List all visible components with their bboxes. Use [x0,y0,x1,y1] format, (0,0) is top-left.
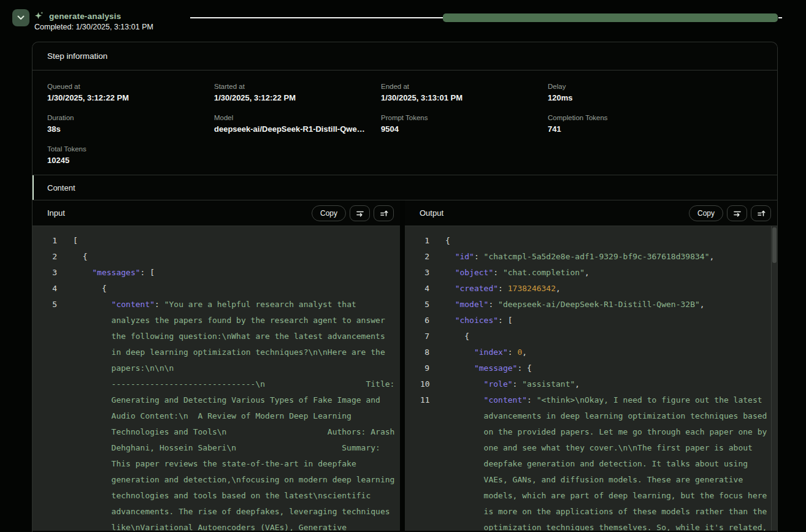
field-label: Queued at [47,83,214,90]
code-text: { [445,233,777,249]
step-status-line: Completed: 1/30/2025, 3:13:01 PM [34,23,153,31]
timeline-end-tick [778,17,782,18]
output-panel-header: Output Copy [405,200,777,226]
field-label: Model [214,114,381,121]
field-total-tokens: Total Tokens 10245 [47,145,214,165]
step-detail-card: Step information Queued at 1/30/2025, 3:… [32,42,778,532]
scroll-to-top-icon [756,208,766,218]
field-value: 1/30/2025, 3:12:22 PM [214,93,381,102]
field-duration: Duration 38s [47,114,214,134]
field-delay: Delay 120ms [548,83,715,102]
content-section-header: Content [33,175,777,200]
timeline-step-bar[interactable] [443,13,778,22]
input-panel-header: Input Copy [33,200,400,226]
field-queued-at: Queued at 1/30/2025, 3:12:22 PM [47,83,214,102]
field-value: 9504 [381,124,548,134]
line-number: 4 [420,281,429,297]
field-label: Started at [214,83,381,90]
collapse-step-button[interactable] [12,9,29,26]
input-scroll-top-button[interactable] [374,205,394,221]
code-text: [ [73,233,400,249]
field-value: 741 [548,124,715,134]
code-text: "content": "<think>\nOkay, I need to fig… [445,392,777,531]
panel-divider [400,200,405,531]
line-number: 8 [420,344,429,360]
field-prompt-tokens: Prompt Tokens 9504 [381,114,548,134]
code-text: "content": "You are a helpful research a… [73,297,400,531]
code-text: "message": { [445,360,777,376]
code-line: 7{ [405,329,777,344]
line-number: 2 [48,249,57,265]
field-label: Ended at [381,83,548,90]
output-scrollbar-track[interactable] [771,226,777,531]
line-number: 2 [420,249,429,265]
field-label: Prompt Tokens [381,114,548,121]
code-text: "object": "chat.completion", [445,265,777,281]
scroll-to-top-icon [379,208,389,218]
field-value: 10245 [47,156,214,165]
timeline-line [190,17,443,18]
code-line: 1{ [405,233,777,249]
line-number: 4 [48,281,57,297]
field-value: deepseek-ai/DeepSeek-R1-Distill-Qwe… [214,124,381,134]
code-text: { [445,329,777,344]
field-label: Total Tokens [47,145,214,153]
input-output-panels: Input Copy Output Copy [33,200,777,531]
line-number: 1 [48,233,57,249]
field-label: Completion Tokens [548,114,715,121]
code-line: 4"created": 1738246342, [405,281,777,297]
code-line: 5"content": "You are a helpful research … [33,297,400,531]
code-text: "model": "deepseek-ai/DeepSeek-R1-Distil… [445,297,777,313]
line-number: 3 [420,265,429,281]
input-copy-button[interactable]: Copy [312,205,346,221]
output-scrollbar-thumb[interactable] [772,227,777,263]
output-panel-title: Output [420,208,685,218]
field-label: Delay [548,83,715,90]
code-text: { [73,249,400,265]
output-wrap-button[interactable] [727,205,747,221]
output-scroll-top-button[interactable] [751,205,771,221]
chevron-down-icon [17,15,25,20]
output-code-editor[interactable]: 1{2"id": "chatcmpl-5a5d2e8e-adf1-9329-bf… [405,226,777,531]
code-line: 10"role": "assistant", [405,376,777,392]
input-wrap-button[interactable] [350,205,370,221]
code-line: 1[ [33,233,400,249]
wrap-text-icon [732,208,742,218]
code-line: 6"choices": [ [405,313,777,329]
line-number: 5 [48,297,57,313]
line-number: 11 [420,392,429,408]
code-text: "id": "chatcmpl-5a5d2e8e-adf1-9329-bf9c-… [445,249,777,265]
code-line: 2{ [33,249,400,265]
line-number: 5 [420,297,429,313]
input-code-editor[interactable]: 1[2{3"messages": [4{5"content": "You are… [33,226,400,531]
code-line: 5"model": "deepseek-ai/DeepSeek-R1-Disti… [405,297,777,313]
line-number: 6 [420,313,429,329]
line-number: 3 [48,265,57,281]
field-model: Model deepseek-ai/DeepSeek-R1-Distill-Qw… [214,114,381,134]
code-text: "role": "assistant", [445,376,777,392]
code-text: "choices": [ [445,313,777,329]
field-value: 1/30/2025, 3:12:22 PM [47,93,214,102]
wrap-text-icon [355,208,365,218]
field-value: 38s [47,124,214,134]
sparkles-icon [34,11,44,21]
input-panel-title: Input [47,208,308,218]
code-line: 9"message": { [405,360,777,376]
code-text: "index": 0, [445,344,777,360]
trace-header: generate-analysis Completed: 1/30/2025, … [0,0,806,36]
field-ended-at: Ended at 1/30/2025, 3:13:01 PM [381,83,548,102]
field-value: 120ms [548,93,715,102]
field-completion-tokens: Completion Tokens 741 [548,114,715,134]
code-line: 8"index": 0, [405,344,777,360]
step-information-header: Step information [33,42,777,70]
code-text: "messages": [ [73,265,400,281]
line-number: 9 [420,360,429,376]
code-text: "created": 1738246342, [445,281,777,297]
code-line: 3"object": "chat.completion", [405,265,777,281]
code-line: 4{ [33,281,400,297]
step-name: generate-analysis [49,12,121,21]
code-line: 11"content": "<think>\nOkay, I need to f… [405,392,777,531]
line-number: 1 [420,233,429,249]
output-copy-button[interactable]: Copy [689,205,723,221]
line-number: 10 [420,376,429,392]
